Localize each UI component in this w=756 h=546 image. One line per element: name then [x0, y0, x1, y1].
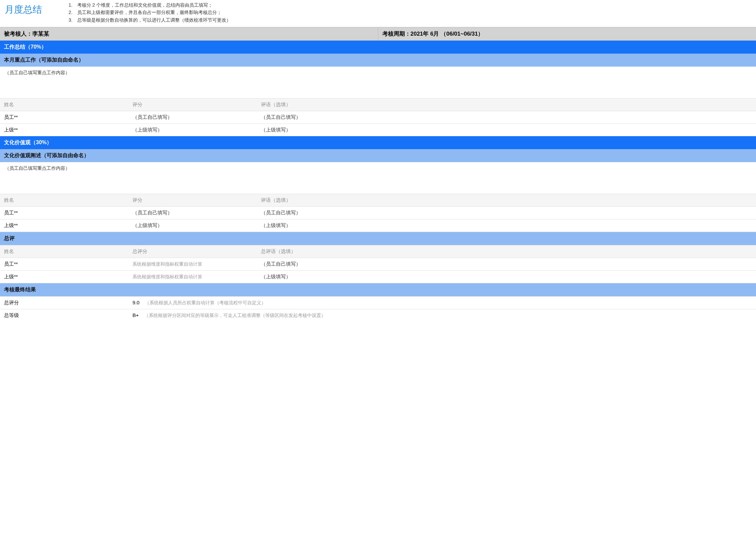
culture-subsection-header: 文化价值观阐述（可添加自由命名）: [0, 149, 756, 162]
col-score-header: 评分: [128, 194, 257, 207]
final-grade-note: （系统根据评分区间对应的等级展示，可走人工校准调整（等级区间在发起考核中设置）: [144, 313, 326, 318]
row-name: 员工**: [0, 258, 128, 271]
final-score-value: 9.0: [132, 300, 139, 305]
col-score-header: 总评分: [128, 245, 257, 258]
row-score-auto: 系统根据维度和指标权重自动计算: [128, 271, 257, 283]
col-comment-header: 评语（选填）: [257, 98, 756, 111]
row-score-auto: 系统根据维度和指标权重自动计算: [128, 258, 257, 271]
col-score-header: 评分: [128, 98, 257, 111]
instruction-line: 3. 总等级是根据分数自动换算的，可以进行人工调整（绩效校准环节可更改）: [69, 16, 231, 24]
table-row: 上级** （上级填写） （上级填写）: [0, 219, 756, 232]
row-score[interactable]: （员工自己填写）: [128, 207, 257, 219]
col-name-header: 姓名: [0, 245, 128, 258]
final-score-label: 总评分: [0, 297, 128, 309]
page-container: 月度总结 1. 考核分 2 个维度，工作总结和文化价值观，总结内容由员工填写； …: [0, 0, 756, 322]
table-header-row: 姓名 总评分 总评语（选填）: [0, 245, 756, 258]
info-bar: 被考核人：李某某 考核周期：2021年 6月 （06/01~06/31）: [0, 27, 756, 41]
row-comment[interactable]: （员工自己填写）: [257, 258, 756, 271]
final-grade-cell: B+ （系统根据评分区间对应的等级展示，可走人工校准调整（等级区间在发起考核中设…: [128, 309, 756, 322]
row-name: 员工**: [0, 111, 128, 124]
col-name-header: 姓名: [0, 194, 128, 207]
work-eval-table: 姓名 评分 评语（选填） 员工** （员工自己填写） （员工自己填写） 上级**…: [0, 98, 756, 136]
row-score[interactable]: （上级填写）: [128, 124, 257, 136]
table-row: 上级** 系统根据维度和指标权重自动计算 （上级填写）: [0, 271, 756, 283]
row-comment[interactable]: （员工自己填写）: [257, 111, 756, 124]
evaluee-label: 被考核人：李某某: [0, 27, 378, 40]
table-header-row: 姓名 评分 评语（选填）: [0, 194, 756, 207]
table-row: 上级** （上级填写） （上级填写）: [0, 124, 756, 136]
row-score[interactable]: （上级填写）: [128, 219, 257, 232]
table-row: 员工** （员工自己填写） （员工自己填写）: [0, 111, 756, 124]
row-score[interactable]: （员工自己填写）: [128, 111, 257, 124]
row-name: 上级**: [0, 219, 128, 232]
period-label: 考核周期：2021年 6月 （06/01~06/31）: [378, 27, 756, 40]
row-comment[interactable]: （上级填写）: [257, 124, 756, 136]
table-header-row: 姓名 评分 评语（选填）: [0, 98, 756, 111]
page-title: 月度总结: [5, 1, 42, 16]
instruction-line: 1. 考核分 2 个维度，工作总结和文化价值观，总结内容由员工填写；: [69, 1, 231, 9]
culture-content-area[interactable]: （员工自己填写重点工作内容）: [0, 162, 756, 194]
final-result-header: 考核最终结果: [0, 283, 756, 296]
row-comment[interactable]: （员工自己填写）: [257, 207, 756, 219]
culture-eval-table: 姓名 评分 评语（选填） 员工** （员工自己填写） （员工自己填写） 上级**…: [0, 194, 756, 232]
row-name: 上级**: [0, 271, 128, 283]
instructions: 1. 考核分 2 个维度，工作总结和文化价值观，总结内容由员工填写； 2. 员工…: [69, 1, 231, 24]
col-comment-header: 总评语（选填）: [257, 245, 756, 258]
row-name: 员工**: [0, 207, 128, 219]
instruction-line: 2. 员工和上级都需要评价，并且各自占一部分权重，最终影响考核总分；: [69, 9, 231, 16]
col-comment-header: 评语（选填）: [257, 194, 756, 207]
summary-header: 总评: [0, 232, 756, 245]
work-section-header: 工作总结（70%）: [0, 41, 756, 54]
culture-section-header: 文化价值观（30%）: [0, 136, 756, 149]
row-comment[interactable]: （上级填写）: [257, 219, 756, 232]
summary-table: 姓名 总评分 总评语（选填） 员工** 系统根据维度和指标权重自动计算 （员工自…: [0, 245, 756, 283]
header: 月度总结 1. 考核分 2 个维度，工作总结和文化价值观，总结内容由员工填写； …: [0, 0, 756, 27]
table-row: 员工** （员工自己填写） （员工自己填写）: [0, 207, 756, 219]
final-score-cell: 9.0 （系统根据人员所占权重自动计算（考核流程中可自定义）: [128, 297, 756, 309]
row-name: 上级**: [0, 124, 128, 136]
work-content-area[interactable]: （员工自己填写重点工作内容）: [0, 67, 756, 98]
final-result-table: 总评分 9.0 （系统根据人员所占权重自动计算（考核流程中可自定义） 总等级 B…: [0, 296, 756, 322]
row-comment[interactable]: （上级填写）: [257, 271, 756, 283]
final-score-row: 总评分 9.0 （系统根据人员所占权重自动计算（考核流程中可自定义）: [0, 297, 756, 309]
final-score-note: （系统根据人员所占权重自动计算（考核流程中可自定义）: [145, 300, 266, 305]
final-grade-value: B+: [132, 312, 139, 318]
final-grade-row: 总等级 B+ （系统根据评分区间对应的等级展示，可走人工校准调整（等级区间在发起…: [0, 309, 756, 322]
final-grade-label: 总等级: [0, 309, 128, 322]
work-subsection-header: 本月重点工作（可添加自由命名）: [0, 54, 756, 67]
table-row: 员工** 系统根据维度和指标权重自动计算 （员工自己填写）: [0, 258, 756, 271]
col-name-header: 姓名: [0, 98, 128, 111]
